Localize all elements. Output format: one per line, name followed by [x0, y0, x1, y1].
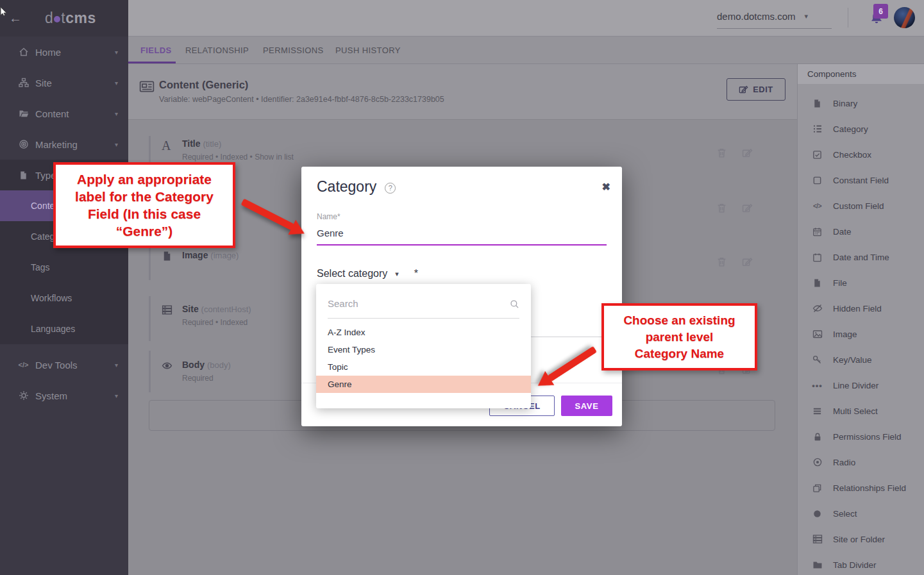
component-label: Multi Select [833, 406, 878, 416]
component-custom-field[interactable]: </>Custom Field [798, 193, 924, 219]
category-option-genre-highlighted[interactable]: Genre [316, 376, 531, 393]
radio-icon [812, 457, 823, 468]
site-selector-dropdown[interactable]: demo.dotcms.com ▾ [717, 11, 808, 22]
select-circle-icon [812, 508, 823, 519]
sidebar-item-marketing[interactable]: Marketing ▾ [0, 129, 128, 160]
sidebar-item-dev-tools[interactable]: </> Dev Tools ▾ [0, 349, 128, 380]
edit-pencil-icon [739, 85, 748, 94]
tab-fields[interactable]: FIELDS [140, 46, 172, 55]
sidebar-item-content[interactable]: Content ▾ [0, 98, 128, 129]
sidebar-item-languages[interactable]: Languages [0, 313, 128, 344]
component-date-and-time[interactable]: Date and Time [798, 244, 924, 270]
tab-relationship[interactable]: RELATIONSHIP [185, 46, 249, 55]
sitemap-icon [18, 78, 29, 88]
sidebar-item-system[interactable]: System ▾ [0, 380, 128, 411]
component-key-value[interactable]: Key/Value [798, 347, 924, 372]
component-relationships-field[interactable]: Relationships Field [798, 475, 924, 501]
component-label: Site or Folder [833, 535, 885, 544]
gear-icon [18, 390, 29, 401]
site-selector-value: demo.dotcms.com [717, 11, 796, 22]
search-input[interactable] [328, 298, 494, 309]
name-input[interactable] [317, 223, 607, 242]
tab-push-history[interactable]: PUSH HISTORY [335, 46, 401, 55]
chevron-down-icon: ▾ [395, 270, 399, 278]
component-radio[interactable]: Radio [798, 449, 924, 475]
close-icon[interactable]: ✖ [602, 181, 610, 193]
search-underline [328, 318, 519, 319]
edit-field-icon[interactable] [742, 203, 753, 213]
binary-file-icon [812, 98, 823, 109]
category-field-dialog: Category ? ✖ Name* Select category ▾ * C… [301, 167, 622, 426]
annotation-line: Apply an appropriate [56, 171, 233, 188]
delete-field-icon[interactable] [716, 147, 727, 158]
delete-field-icon[interactable] [716, 203, 727, 213]
component-label: Constant Field [833, 176, 889, 185]
sidebar-item-label: Dev Tools [35, 360, 78, 371]
target-icon [18, 139, 29, 150]
component-label: Permissions Field [833, 432, 902, 442]
search-icon [510, 299, 519, 309]
component-permissions-field[interactable]: Permissions Field [798, 424, 924, 449]
sidebar-item-label: Marketing [35, 139, 78, 150]
chevron-down-icon: ▾ [115, 392, 118, 399]
home-icon [18, 47, 29, 58]
chevron-down-icon: ▾ [805, 12, 809, 21]
component-site-or-folder[interactable]: Site or Folder [798, 526, 924, 552]
component-constant-field[interactable]: Constant Field [798, 167, 924, 193]
component-line-divider[interactable]: •••Line Divider [798, 372, 924, 398]
sidebar-item-home[interactable]: Home ▾ [0, 37, 128, 67]
category-option-az-index[interactable]: A-Z Index [316, 324, 531, 341]
component-checkbox[interactable]: Checkbox [798, 142, 924, 167]
help-icon[interactable]: ? [385, 183, 396, 194]
component-multi-select[interactable]: Multi Select [798, 398, 924, 424]
sidebar-item-workflows[interactable]: Workflows [0, 283, 128, 313]
annotation-box-apply-label: Apply an appropriate label for the Categ… [53, 162, 235, 248]
multi-select-icon [812, 406, 823, 417]
page-title: Content (Generic) [159, 79, 248, 91]
edit-field-icon[interactable] [742, 147, 753, 158]
user-avatar[interactable] [894, 7, 915, 28]
component-image[interactable]: Image [798, 321, 924, 347]
hidden-eye-icon [812, 303, 823, 314]
annotation-line: parent level [604, 329, 755, 346]
sidebar-item-tags[interactable]: Tags [0, 252, 128, 283]
logo-dot-icon [54, 16, 60, 22]
category-option-event-types[interactable]: Event Types [316, 341, 531, 358]
sidebar-item-label: System [35, 390, 67, 401]
component-category[interactable]: Category [798, 116, 924, 142]
select-category-dropdown[interactable]: Select category ▾ * [317, 268, 418, 279]
field-label: Title [182, 138, 201, 149]
delete-field-icon[interactable] [716, 256, 727, 267]
category-option-topic[interactable]: Topic [316, 358, 531, 376]
sidebar-item-site[interactable]: Site ▾ [0, 67, 128, 98]
component-label: Date [833, 227, 852, 237]
tab-permissions[interactable]: PERMISSIONS [263, 46, 324, 55]
component-hidden-field[interactable]: Hidden Field [798, 296, 924, 321]
edit-field-icon[interactable] [742, 256, 753, 267]
component-select[interactable]: Select [798, 501, 924, 526]
save-button[interactable]: SAVE [561, 396, 612, 416]
component-binary[interactable]: Binary [798, 90, 924, 116]
server-icon [812, 534, 823, 545]
component-label: Hidden Field [833, 304, 882, 313]
sidebar-item-label: Content [35, 108, 69, 119]
component-label: Image [833, 329, 857, 339]
annotation-line: Category Name [604, 346, 755, 362]
component-file[interactable]: File [798, 270, 924, 296]
component-date[interactable]: Date [798, 219, 924, 244]
components-sidebar: Components Binary Category Checkbox Cons… [797, 64, 924, 575]
chevron-down-icon: ▾ [115, 362, 118, 369]
field-variable: (title) [203, 139, 221, 149]
component-label: Relationships Field [833, 483, 906, 493]
field-meta: Required • Indexed [182, 318, 251, 327]
edit-button[interactable]: EDIT [727, 78, 785, 101]
select-category-label: Select category [317, 268, 387, 279]
app-window: ← dtcms Home ▾ Site ▾ Content ▾ Marketin… [0, 0, 924, 575]
key-icon [812, 354, 823, 365]
row-actions [716, 147, 753, 158]
component-tab-divider[interactable]: Tab Divider [798, 552, 924, 575]
file-icon [162, 250, 182, 262]
name-field-label: Name* [317, 212, 340, 221]
chevron-down-icon: ▾ [115, 110, 118, 117]
code-icon: </> [18, 360, 29, 371]
